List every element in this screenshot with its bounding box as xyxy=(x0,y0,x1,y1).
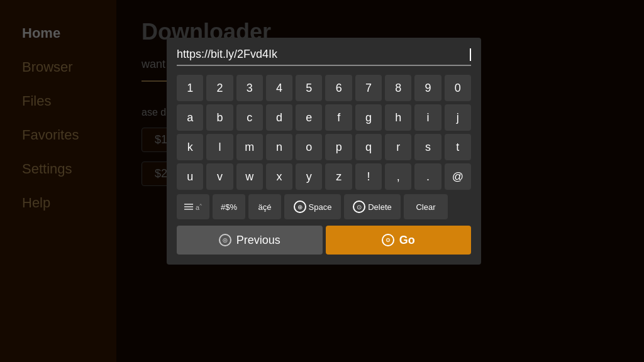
clear-key[interactable]: Clear xyxy=(404,194,448,219)
key-p[interactable]: p xyxy=(325,134,352,160)
url-input[interactable]: https://bit.ly/2Fvd4Ik xyxy=(177,48,470,61)
abc-label: a^ xyxy=(196,202,202,211)
key-h[interactable]: h xyxy=(385,104,411,131)
accents-label: äçé xyxy=(258,202,272,212)
key-s[interactable]: s xyxy=(414,134,441,160)
key-x[interactable]: x xyxy=(266,163,292,190)
key-t[interactable]: t xyxy=(445,134,471,160)
key-9[interactable]: 9 xyxy=(414,75,441,101)
special-row: a^ #$% äçé ⊕ Space ⊙ Delete Clear xyxy=(177,194,471,219)
url-input-area[interactable]: https://bit.ly/2Fvd4Ik xyxy=(177,48,471,66)
key-2[interactable]: 2 xyxy=(206,75,233,101)
key-a[interactable]: a xyxy=(177,104,203,131)
key-at[interactable]: @ xyxy=(445,163,471,190)
bottom-buttons: ◎ Previous ⊙ Go xyxy=(177,226,471,255)
previous-icon: ◎ xyxy=(219,234,231,246)
delete-icon: ⊙ xyxy=(353,200,365,213)
key-4[interactable]: 4 xyxy=(266,75,292,101)
key-m[interactable]: m xyxy=(236,134,263,160)
key-1[interactable]: 1 xyxy=(177,75,203,101)
previous-button[interactable]: ◎ Previous xyxy=(177,226,323,255)
number-row: 1 2 3 4 5 6 7 8 9 0 xyxy=(177,75,471,101)
space-label: Space xyxy=(309,202,332,212)
go-icon: ⊙ xyxy=(382,234,394,246)
key-u[interactable]: u xyxy=(177,163,203,190)
key-z[interactable]: z xyxy=(325,163,352,190)
key-5[interactable]: 5 xyxy=(296,75,322,101)
key-8[interactable]: 8 xyxy=(385,75,411,101)
key-v[interactable]: v xyxy=(206,163,233,190)
keyboard-modal: https://bit.ly/2Fvd4Ik 1 2 3 4 5 6 7 8 9… xyxy=(167,38,481,265)
key-e[interactable]: e xyxy=(296,104,322,131)
key-w[interactable]: w xyxy=(236,163,263,190)
symbols-key[interactable]: #$% xyxy=(213,194,245,219)
go-button[interactable]: ⊙ Go xyxy=(326,226,472,255)
key-d[interactable]: d xyxy=(266,104,292,131)
accents-key[interactable]: äçé xyxy=(248,194,281,219)
key-0[interactable]: 0 xyxy=(445,75,471,101)
symbols-label: #$% xyxy=(221,202,237,212)
menu-icon xyxy=(184,204,193,210)
key-exclaim[interactable]: ! xyxy=(355,163,382,190)
key-g[interactable]: g xyxy=(355,104,382,131)
key-b[interactable]: b xyxy=(206,104,233,131)
alpha-row-2: k l m n o p q r s t xyxy=(177,134,471,160)
text-cursor xyxy=(470,48,471,61)
key-y[interactable]: y xyxy=(296,163,322,190)
menu-key[interactable]: a^ xyxy=(177,194,209,219)
go-label: Go xyxy=(399,234,415,247)
key-o[interactable]: o xyxy=(296,134,322,160)
key-k[interactable]: k xyxy=(177,134,203,160)
alpha-row-3: u v w x y z ! , . @ xyxy=(177,163,471,190)
key-6[interactable]: 6 xyxy=(325,75,352,101)
key-i[interactable]: i xyxy=(414,104,441,131)
space-icon: ⊕ xyxy=(294,200,306,213)
key-comma[interactable]: , xyxy=(385,163,411,190)
key-q[interactable]: q xyxy=(355,134,382,160)
key-f[interactable]: f xyxy=(325,104,352,131)
space-key[interactable]: ⊕ Space xyxy=(284,194,341,219)
key-7[interactable]: 7 xyxy=(355,75,382,101)
previous-label: Previous xyxy=(236,234,280,247)
delete-key[interactable]: ⊙ Delete xyxy=(344,194,401,219)
key-r[interactable]: r xyxy=(385,134,411,160)
delete-label: Delete xyxy=(368,202,392,212)
keyboard-grid: 1 2 3 4 5 6 7 8 9 0 a b c d e f g h i j … xyxy=(177,75,471,255)
alpha-row-1: a b c d e f g h i j xyxy=(177,104,471,131)
clear-label: Clear xyxy=(416,202,435,212)
key-3[interactable]: 3 xyxy=(236,75,263,101)
key-n[interactable]: n xyxy=(266,134,292,160)
key-j[interactable]: j xyxy=(445,104,471,131)
key-c[interactable]: c xyxy=(236,104,263,131)
key-period[interactable]: . xyxy=(414,163,441,190)
key-l[interactable]: l xyxy=(206,134,233,160)
